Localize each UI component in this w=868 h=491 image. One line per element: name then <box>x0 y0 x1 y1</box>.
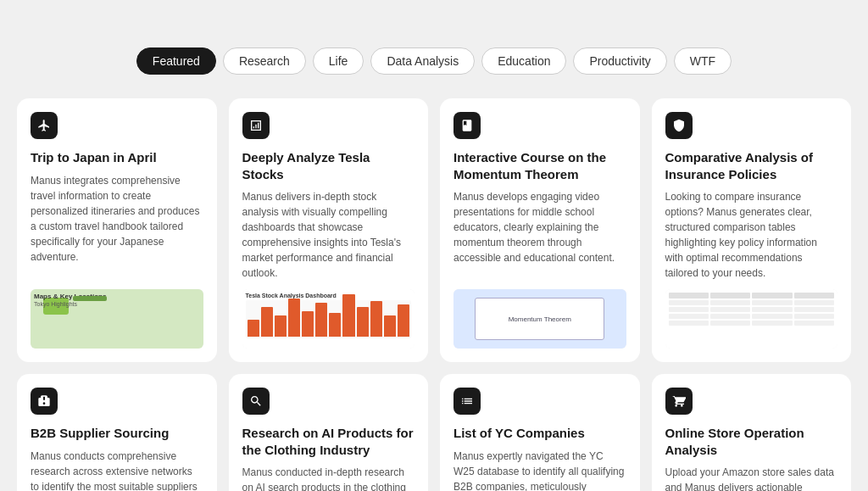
card-description: Manus conducts comprehensive research ac… <box>31 449 203 492</box>
filter-tabs: FeaturedResearchLifeData AnalysisEducati… <box>17 47 851 75</box>
card-momentum-theorem[interactable]: Interactive Course on the Momentum Theor… <box>440 98 640 362</box>
shield-icon <box>665 112 693 139</box>
tab-wtf[interactable]: WTF <box>674 47 732 75</box>
card-preview: Momentum Theorem <box>453 289 626 349</box>
card-ai-products-clothing[interactable]: Research on AI Products for the Clothing… <box>229 374 429 491</box>
card-insurance-analysis[interactable]: Comparative Analysis of Insurance Polici… <box>652 98 852 362</box>
card-title: Comparative Analysis of Insurance Polici… <box>665 149 838 182</box>
card-description: Manus develops engaging video presentati… <box>453 189 626 281</box>
card-description: Manus conducted in-depth research on AI … <box>242 465 415 491</box>
card-title: Online Store Operation Analysis <box>665 425 838 458</box>
card-tesla-stocks[interactable]: Deeply Analyze Tesla StocksManus deliver… <box>229 98 429 362</box>
card-description: Looking to compare insurance options? Ma… <box>665 189 838 281</box>
card-title: Research on AI Products for the Clothing… <box>242 425 415 458</box>
card-japan-trip[interactable]: Trip to Japan in AprilManus integrates c… <box>17 98 217 362</box>
card-preview: Tesla Stock Analysis Dashboard <box>242 289 415 349</box>
tab-life[interactable]: Life <box>313 47 364 75</box>
card-title: Deeply Analyze Tesla Stocks <box>242 149 415 182</box>
cards-grid-row1: Trip to Japan in AprilManus integrates c… <box>17 98 851 362</box>
book-icon <box>453 112 481 139</box>
cards-grid-row2: B2B Supplier SourcingManus conducts comp… <box>17 374 851 491</box>
briefcase-icon <box>31 388 58 415</box>
plane-icon <box>31 112 58 139</box>
tab-featured[interactable]: Featured <box>136 47 216 75</box>
store-icon <box>665 388 693 415</box>
card-yc-companies[interactable]: List of YC CompaniesManus expertly navig… <box>440 374 640 491</box>
card-description: Manus expertly navigated the YC W25 data… <box>453 449 626 492</box>
card-preview: Maps & Key LocationsTokyo Highlights <box>31 289 203 349</box>
card-description: Upload your Amazon store sales data and … <box>665 465 838 491</box>
page-wrapper: FeaturedResearchLifeData AnalysisEducati… <box>0 0 868 491</box>
chart-icon <box>242 112 270 139</box>
tab-research[interactable]: Research <box>223 47 306 75</box>
card-title: Interactive Course on the Momentum Theor… <box>453 149 626 182</box>
tab-productivity[interactable]: Productivity <box>573 47 666 75</box>
card-title: Trip to Japan in April <box>31 149 203 166</box>
tab-education[interactable]: Education <box>481 47 566 75</box>
card-title: List of YC Companies <box>453 425 626 442</box>
card-b2b-supplier[interactable]: B2B Supplier SourcingManus conducts comp… <box>17 374 217 491</box>
tab-data-analysis[interactable]: Data Analysis <box>370 47 475 75</box>
card-preview <box>665 289 838 349</box>
card-description: Manus delivers in-depth stock analysis w… <box>242 189 415 281</box>
search-icon <box>242 388 270 415</box>
card-title: B2B Supplier Sourcing <box>31 425 203 442</box>
card-description: Manus integrates comprehensive travel in… <box>31 173 203 282</box>
card-store-analysis[interactable]: Online Store Operation AnalysisUpload yo… <box>652 374 852 491</box>
list-icon <box>453 388 481 415</box>
